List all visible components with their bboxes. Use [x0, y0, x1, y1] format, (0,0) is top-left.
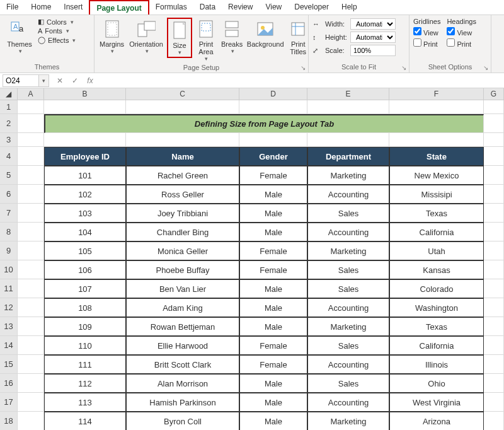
select-all-corner[interactable]: ◢: [0, 88, 18, 100]
menu-review[interactable]: Review: [222, 0, 259, 15]
cell-name[interactable]: Monica Geller: [126, 241, 239, 260]
cell-department[interactable]: Accounting: [307, 223, 389, 241]
cell-name[interactable]: Chandler Bing: [126, 223, 239, 241]
cell-employee-id[interactable]: 110: [44, 336, 126, 355]
cell[interactable]: [18, 100, 44, 114]
cell-employee-id[interactable]: 109: [44, 317, 126, 336]
cell[interactable]: [484, 133, 504, 147]
cell-state[interactable]: Kansas: [389, 260, 484, 279]
cell[interactable]: [18, 114, 44, 133]
cell-department[interactable]: Accounting: [307, 298, 389, 317]
row-header[interactable]: 14: [0, 336, 18, 355]
menu-help[interactable]: Help: [335, 0, 364, 15]
cell[interactable]: [484, 100, 504, 114]
cell-gender[interactable]: Male: [239, 298, 307, 317]
background-button[interactable]: Background: [246, 18, 284, 49]
cell[interactable]: [389, 133, 484, 147]
cell-gender[interactable]: Male: [239, 185, 307, 204]
cell-name[interactable]: Ellie Harwood: [126, 336, 239, 355]
cell-state[interactable]: California: [389, 336, 484, 355]
row-header[interactable]: 17: [0, 393, 18, 412]
cancel-formula-button[interactable]: ✕: [54, 76, 66, 85]
cell[interactable]: [484, 241, 504, 260]
menu-formulas[interactable]: Formulas: [149, 0, 193, 15]
cell-state[interactable]: Washington: [389, 298, 484, 317]
cell-gender[interactable]: Male: [239, 279, 307, 298]
cell-employee-id[interactable]: 103: [44, 204, 126, 223]
cell-employee-id[interactable]: 102: [44, 185, 126, 204]
cell[interactable]: [18, 185, 44, 204]
cell-employee-id[interactable]: 111: [44, 355, 126, 374]
cell-name[interactable]: Britt Scott Clark: [126, 355, 239, 374]
row-header[interactable]: 6: [0, 185, 18, 204]
cell-state[interactable]: West Virginia: [389, 393, 484, 412]
cell[interactable]: [18, 166, 44, 185]
cell[interactable]: [484, 374, 504, 393]
cell-state[interactable]: New Mexico: [389, 166, 484, 185]
name-box-dropdown[interactable]: ▾: [39, 74, 49, 87]
row-header[interactable]: 9: [0, 241, 18, 260]
page-setup-dialog-launcher[interactable]: ↘: [301, 64, 306, 71]
cell-department[interactable]: Sales: [307, 260, 389, 279]
cell-employee-id[interactable]: 105: [44, 241, 126, 260]
cell-employee-id[interactable]: 101: [44, 166, 126, 185]
table-header[interactable]: Employee ID: [44, 147, 126, 166]
themes-button[interactable]: Aa Themes: [4, 18, 35, 55]
row-header[interactable]: 15: [0, 355, 18, 374]
menu-developer[interactable]: Developer: [288, 0, 335, 15]
print-area-button[interactable]: Print Area: [195, 18, 217, 63]
cell[interactable]: [484, 204, 504, 223]
col-header-d[interactable]: D: [239, 88, 307, 100]
themes-fonts[interactable]: A Fonts: [38, 27, 76, 35]
cell[interactable]: [18, 223, 44, 241]
cell-state[interactable]: Texas: [389, 204, 484, 223]
cell-department[interactable]: Accounting: [307, 185, 389, 204]
width-select[interactable]: Automatic: [350, 18, 396, 30]
cell-employee-id[interactable]: 112: [44, 374, 126, 393]
cell-state[interactable]: Illinois: [389, 355, 484, 374]
cell[interactable]: [307, 100, 389, 114]
fx-button[interactable]: fx: [84, 76, 96, 85]
cell-department[interactable]: Sales: [307, 336, 389, 355]
gridlines-print-check[interactable]: Print: [413, 38, 440, 48]
cell-gender[interactable]: Male: [239, 204, 307, 223]
cell[interactable]: [18, 298, 44, 317]
themes-colors[interactable]: ◧ Colors: [38, 18, 76, 26]
enter-formula-button[interactable]: ✓: [69, 76, 81, 85]
cell[interactable]: [44, 100, 126, 114]
headings-view-check[interactable]: View: [447, 27, 476, 37]
cell[interactable]: [18, 241, 44, 260]
cell[interactable]: [239, 133, 307, 147]
cell[interactable]: [484, 317, 504, 336]
cell[interactable]: [484, 393, 504, 412]
sheet-options-dialog-launcher[interactable]: ↘: [483, 64, 488, 71]
row-header[interactable]: 12: [0, 298, 18, 317]
cell-department[interactable]: Accounting: [307, 355, 389, 374]
cell-department[interactable]: Marketing: [307, 412, 389, 430]
cell-department[interactable]: Marketing: [307, 241, 389, 260]
cell-department[interactable]: Sales: [307, 279, 389, 298]
row-header[interactable]: 5: [0, 166, 18, 185]
table-header[interactable]: Name: [126, 147, 239, 166]
cell-name[interactable]: Hamish Parkinson: [126, 393, 239, 412]
cell[interactable]: [18, 412, 44, 430]
menu-data[interactable]: Data: [193, 0, 222, 15]
cell-state[interactable]: California: [389, 223, 484, 241]
cell-gender[interactable]: Female: [239, 260, 307, 279]
cell[interactable]: [484, 223, 504, 241]
menu-insert[interactable]: Insert: [57, 0, 89, 15]
cell[interactable]: [18, 393, 44, 412]
height-select[interactable]: Automatic: [350, 32, 396, 43]
col-header-a[interactable]: A: [18, 88, 44, 100]
cell-department[interactable]: Sales: [307, 374, 389, 393]
cell[interactable]: [484, 147, 504, 166]
cell-department[interactable]: Marketing: [307, 317, 389, 336]
row-header[interactable]: 7: [0, 204, 18, 223]
breaks-button[interactable]: Breaks: [220, 18, 244, 55]
cell-state[interactable]: Utah: [389, 241, 484, 260]
row-header[interactable]: 2: [0, 114, 18, 133]
row-header[interactable]: 3: [0, 133, 18, 147]
cell[interactable]: [18, 355, 44, 374]
name-box[interactable]: [3, 74, 39, 87]
cell-state[interactable]: Texas: [389, 317, 484, 336]
